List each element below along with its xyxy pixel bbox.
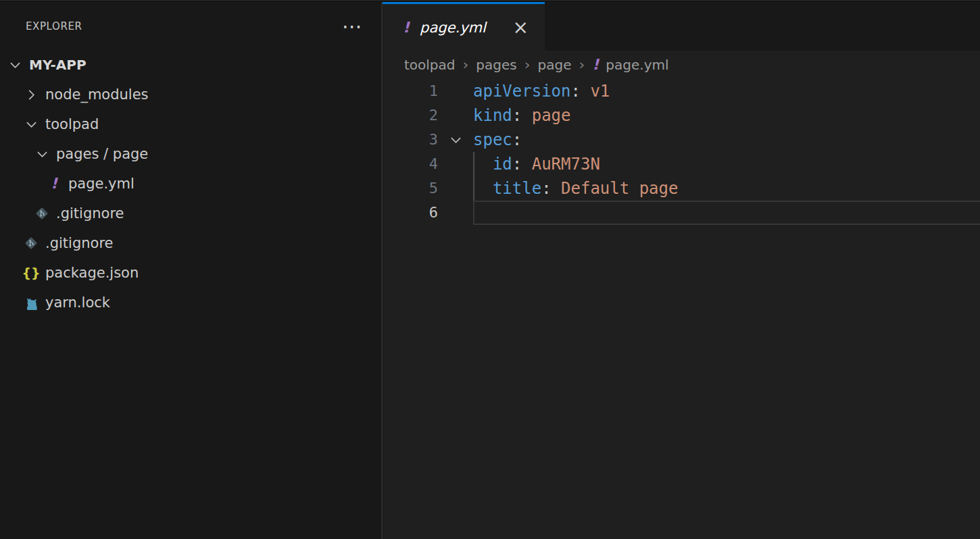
code-line-1[interactable]: 1apiVersion: v1 (383, 79, 980, 103)
tree-item-label: toolpad (45, 116, 99, 132)
indent-guide (473, 176, 474, 201)
explorer-header: EXPLORER ⋯ (0, 2, 381, 50)
code-line-2[interactable]: 2kind: page (383, 103, 980, 128)
explorer-sidebar: EXPLORER ⋯ MY-APPnode_modulestoolpadpage… (0, 2, 383, 539)
line-number: 3 (383, 128, 438, 152)
breadcrumb-file[interactable]: !page.yml (592, 56, 668, 74)
fold-chevron-icon[interactable] (449, 133, 463, 147)
ellipsis-icon[interactable]: ⋯ (342, 20, 362, 33)
indent-guide (473, 152, 474, 176)
git-icon (23, 234, 39, 252)
current-line-highlight (473, 201, 980, 225)
code-line-text: apiVersion: v1 (473, 79, 610, 103)
line-number: 5 (383, 176, 438, 201)
tree-item-label: package.json (45, 265, 139, 281)
tree-item-yarn-lock[interactable]: yarn.lock (0, 288, 381, 317)
vscode-window: EXPLORER ⋯ MY-APPnode_modulestoolpadpage… (0, 0, 980, 539)
chevron-down-icon (23, 116, 39, 133)
code-line-text: spec: (473, 128, 522, 152)
workbench: EXPLORER ⋯ MY-APPnode_modulestoolpadpage… (0, 2, 980, 539)
tree-item-toolpad[interactable]: toolpad (0, 109, 381, 139)
yaml-warning-icon: ! (46, 175, 62, 192)
close-icon[interactable]: × (513, 20, 529, 36)
tree-item-package-json[interactable]: {}package.json (0, 258, 381, 288)
breadcrumb-item-pages[interactable]: pages (476, 57, 516, 73)
tree-item-label: pages / page (56, 146, 148, 162)
tree-item--gitignore[interactable]: .gitignore (0, 199, 381, 228)
yaml-warning-icon: ! (592, 56, 599, 74)
tree-item--gitignore[interactable]: .gitignore (0, 228, 381, 258)
explorer-title: EXPLORER (26, 20, 82, 32)
code-line-text: title: Default page (473, 176, 678, 201)
tree-item-label: page.yml (68, 176, 134, 192)
breadcrumb: toolpad›pages›page›!page.yml (383, 51, 980, 79)
tab-label: page.yml (420, 20, 486, 36)
tab-bar: ! page.yml × (383, 2, 980, 51)
tree-item-label: node_modules (45, 86, 149, 103)
breadcrumb-item-page[interactable]: page (538, 57, 572, 73)
chevron-separator-icon: › (579, 58, 585, 72)
tree-item-label: .gitignore (56, 205, 124, 222)
chevron-separator-icon: › (463, 58, 469, 72)
chevron-down-icon (34, 145, 50, 163)
yaml-warning-icon: ! (403, 20, 410, 35)
line-number: 1 (383, 79, 438, 103)
breadcrumb-file-label: page.yml (606, 57, 668, 73)
tree-item-page-yml[interactable]: !page.yml (0, 169, 381, 199)
chevron-right-icon (23, 86, 39, 103)
code-line-5[interactable]: 5 title: Default page (383, 176, 980, 201)
code-editor[interactable]: 1apiVersion: v12kind: page3spec:4 id: Au… (383, 79, 980, 539)
git-icon (34, 205, 50, 222)
code-line-4[interactable]: 4 id: AuRM73N (383, 152, 980, 176)
line-number: 6 (383, 201, 438, 225)
yarn-icon (23, 294, 39, 311)
line-number: 4 (383, 152, 438, 176)
line-number: 2 (383, 103, 438, 128)
json-icon: {} (23, 264, 39, 282)
tree-item-label: .gitignore (45, 235, 114, 251)
chevron-separator-icon: › (524, 58, 531, 72)
chevron-down-icon (7, 56, 23, 74)
tree-item-my-app[interactable]: MY-APP (0, 50, 381, 80)
code-line-text: kind: page (473, 103, 571, 128)
code-line-3[interactable]: 3spec: (383, 128, 980, 152)
tree-item-node-modules[interactable]: node_modules (0, 80, 381, 109)
tree-item-label: yarn.lock (45, 294, 110, 311)
tree-item-label: MY-APP (29, 57, 87, 73)
tab-page-yml[interactable]: ! page.yml × (383, 2, 545, 51)
tree-item-pages-page[interactable]: pages / page (0, 139, 381, 169)
code-line-6[interactable]: 6 (383, 201, 980, 225)
code-line-text: id: AuRM73N (473, 152, 600, 176)
breadcrumb-item-toolpad[interactable]: toolpad (404, 57, 456, 73)
editor-area: ! page.yml × toolpad›pages›page›!page.ym… (383, 2, 980, 539)
file-tree: MY-APPnode_modulestoolpadpages / page!pa… (0, 50, 381, 317)
